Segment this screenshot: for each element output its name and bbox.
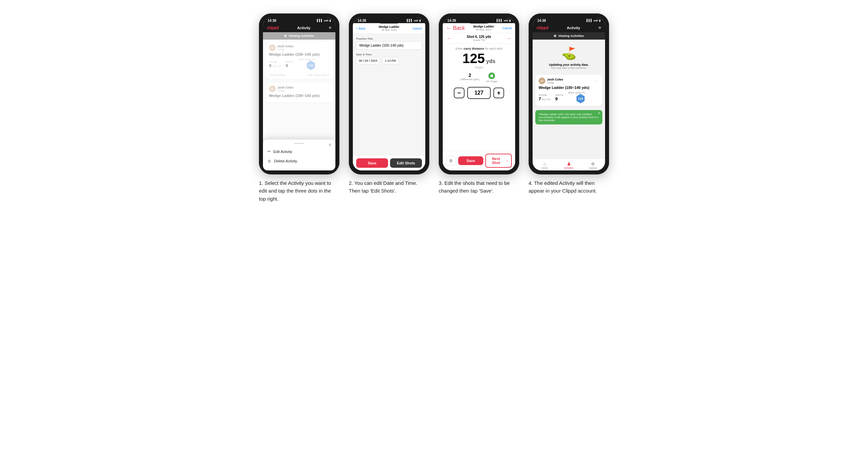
nav-center-2: Wedge Ladder 06 Mar 2023 — [379, 25, 399, 32]
cancel-btn-3[interactable]: Cancel — [502, 27, 512, 30]
card-user-4: JC Josh Coles Today — [539, 77, 563, 84]
shot-nav-title: Wedge Ladder — [473, 25, 494, 28]
nav-title-1: Activity — [297, 26, 311, 30]
avatar-initials-1: JC — [271, 46, 274, 49]
hit-target-metric: Hit Target — [486, 72, 497, 83]
phones-row: 14:38 ▍▍▍ wifi ▮ clippd Activity ≡ — [259, 13, 609, 203]
back-btn-2[interactable]: < Back — [356, 27, 366, 30]
phone-frame-2: 14:38 ▍▍▍ wifi ▮ < Back Wedge Ladder 06 … — [349, 13, 429, 175]
next-shot-btn[interactable]: Next Shot → — [485, 154, 512, 168]
score-label-1: Score — [269, 61, 281, 63]
nav-bar-2: < Back Wedge Ladder 06 Mar 2023 Cancel — [353, 23, 425, 34]
viewing-icon-4: ⊞ — [554, 34, 556, 38]
wifi-icon-4: wifi — [594, 19, 598, 22]
status-icons-2: ▍▍▍ wifi ▮ — [407, 19, 421, 22]
avatar-2: JC — [269, 86, 276, 92]
footer-right-1: Data: Clippd Capture — [308, 74, 329, 76]
home-label: Home — [542, 167, 548, 169]
phone-frame-4: 14:38 ▍▍▍ wifi ▮ clippd Activity ≡ ⊞ Vie… — [529, 13, 609, 175]
battery-icon-3: ▮ — [509, 19, 510, 22]
status-time-4: 14:38 — [537, 19, 546, 23]
capture-label: Capture — [589, 167, 597, 169]
next-arrow-icon: → — [505, 159, 509, 163]
edit-activity-btn[interactable]: ✏ Edit Activity — [268, 147, 331, 156]
shot-info-center: Shot 6, 125 yds Score 7/9 — [467, 35, 491, 41]
form-title-input[interactable] — [356, 41, 422, 50]
card-footer-1: Test Information Data: Clippd Capture — [269, 72, 329, 76]
notch-3 — [467, 18, 491, 24]
nav-bar-4: clippd Activity ≡ — [533, 23, 605, 32]
status-icons-1: ▍▍▍ wifi ▮ — [317, 19, 331, 22]
menu-icon-1[interactable]: ≡ — [329, 25, 331, 30]
phone-inner-4: 14:38 ▍▍▍ wifi ▮ clippd Activity ≡ ⊞ Vie… — [533, 18, 605, 170]
date-month: 03 — [365, 59, 368, 62]
signal-icon: ▍▍▍ — [317, 19, 323, 22]
menu-icon-4[interactable]: ≡ — [598, 25, 601, 30]
prev-shot-arrow[interactable]: ← — [447, 36, 452, 41]
home-icon: ⌂ — [543, 161, 546, 166]
date-field[interactable]: 06 / 03 / 2023 — [356, 57, 380, 64]
edit-shots-btn[interactable]: Edit Shots — [390, 158, 422, 168]
stepper-value[interactable]: 127 — [467, 87, 491, 99]
dots-menu-1[interactable]: ··· — [324, 45, 329, 50]
bottom-sheet-1: ✕ ✏ Edit Activity 🗑 Delete Activity — [263, 139, 335, 170]
date-year: 2023 — [371, 59, 377, 62]
stat-shots-4: Shots 9 — [555, 94, 563, 101]
tab-home[interactable]: ⌂ Home — [533, 161, 557, 169]
signal-icon-2: ▍▍▍ — [407, 19, 413, 22]
stepper-plus[interactable]: + — [493, 88, 504, 98]
shot-header: Shot 6, 125 yds — [467, 35, 491, 39]
nav-bar-1: clippd Activity ≡ — [263, 23, 335, 32]
shots-label-1: Shots — [286, 61, 294, 63]
avatar-4: JC — [539, 77, 545, 84]
save-btn-2[interactable]: Save — [356, 158, 388, 168]
tab-activities[interactable]: ♟ Activities — [557, 161, 581, 169]
trash-icon: 🗑 — [268, 159, 271, 163]
card-header-4: JC Josh Coles Today ··· — [539, 77, 599, 84]
caption-2: 2. You can edit Date and Time. Then tap … — [349, 179, 429, 195]
stat-score-4: Score 7 OUT OF — [539, 94, 551, 101]
cancel-btn-2[interactable]: Cancel — [412, 27, 422, 30]
card-stats-4: Score 7 OUT OF Shots 9 — [539, 92, 599, 103]
viewing-label-1: Viewing Activities — [288, 34, 314, 38]
viewing-icon-1: ⊞ — [284, 34, 287, 38]
shot-nav-3: ← Back Wedge Ladder 06 Mar 2023 Cancel — [443, 23, 515, 33]
dots-menu-4[interactable]: ··· — [594, 78, 599, 84]
score-label-4: Score — [539, 94, 551, 96]
toast-text-4: "Wedge Ladder (100–140 yds)" was updated… — [539, 113, 598, 122]
metrics-row: 2 Difference (yds) Hit Target — [461, 72, 497, 83]
toast-close-btn[interactable]: ✕ — [598, 112, 600, 115]
nav-title-2: Wedge Ladder — [379, 25, 399, 29]
delete-label: Delete Activity — [274, 159, 297, 163]
logo-1: clippd — [267, 26, 279, 30]
time-field[interactable]: 1:13 PM — [382, 57, 399, 64]
loading-area-4: ⛳ Updating your activity data. This may … — [533, 39, 605, 73]
sheet-close-btn[interactable]: ✕ — [328, 142, 332, 148]
stepper-minus[interactable]: − — [454, 88, 465, 98]
time-val: 1:13 PM — [385, 59, 396, 62]
user-info-1: Josh Coles Today — [277, 44, 293, 51]
score-val-1: 9 OUT OF — [269, 63, 281, 68]
form-content-2: Practice Title Date & Time 06 / 03 / 202… — [353, 34, 425, 155]
phone-frame-1: 14:38 ▍▍▍ wifi ▮ clippd Activity ≡ — [259, 13, 339, 175]
stat-quality-1: Shot Quality 130 — [299, 58, 316, 70]
user-info-2: Josh Coles Today — [277, 86, 293, 92]
nav-title-4: Activity — [567, 26, 580, 30]
tab-capture[interactable]: ⊕ Capture — [581, 161, 605, 169]
back-btn-3[interactable]: ← Back — [446, 25, 465, 31]
phone-frame-3: 14:39 ▍▍▍ wifi ▮ ← Back Wedge Ladder 06 … — [439, 13, 519, 175]
diff-metric: 2 Difference (yds) — [461, 72, 479, 83]
nav-sub-2: 06 Mar 2023 — [379, 29, 399, 32]
target-label: Target — [474, 66, 483, 69]
activities-label: Activities — [564, 167, 574, 169]
dots-menu-2[interactable]: ··· — [324, 86, 329, 92]
phone-inner-2: 14:38 ▍▍▍ wifi ▮ < Back Wedge Ladder 06 … — [353, 18, 425, 170]
status-time-2: 14:38 — [358, 19, 366, 23]
delete-activity-btn[interactable]: 🗑 Delete Activity — [268, 156, 331, 166]
shot-bottom-3: 🗑 Save Next Shot → — [443, 151, 515, 170]
user-date-4: Today — [547, 81, 563, 84]
delete-shot-btn[interactable]: 🗑 — [446, 156, 456, 166]
next-shot-arrow[interactable]: → — [506, 36, 511, 41]
loading-sub-4: This may take a few moments. — [551, 66, 587, 69]
save-btn-3[interactable]: Save — [458, 156, 483, 165]
